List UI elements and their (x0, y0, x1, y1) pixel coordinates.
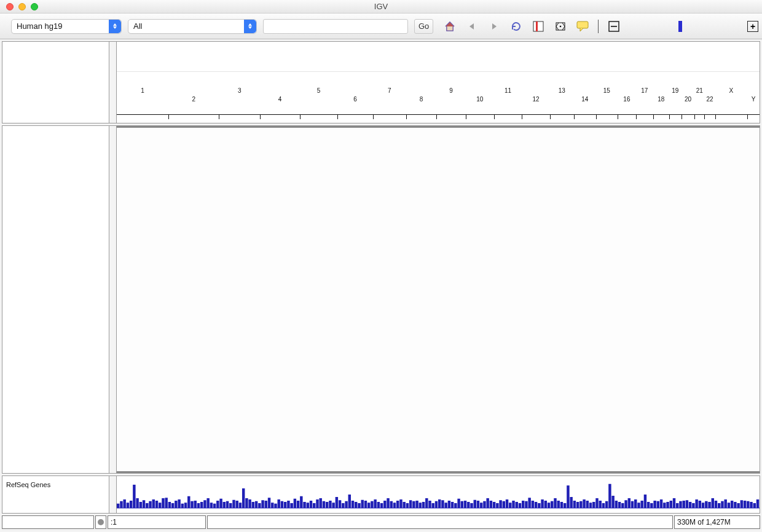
panel-splitter[interactable] (109, 476, 117, 513)
chromosome-label: 22 (706, 96, 713, 103)
back-icon[interactable] (465, 20, 479, 33)
refseq-label: RefSeq Genes (2, 476, 109, 513)
chromosome-label: 4 (278, 96, 282, 103)
chromosome-label: 13 (559, 87, 565, 94)
panel-splitter[interactable] (109, 42, 117, 123)
data-side (2, 126, 109, 473)
chromosome-label: 2 (192, 96, 196, 103)
chromosome-label: 8 (420, 96, 423, 103)
zoom-to-region-icon[interactable] (554, 20, 567, 33)
chromosome-label: X (729, 87, 733, 94)
svg-rect-0 (447, 26, 453, 31)
chromosome-labels: 12345678910111213141516171819202122XY (117, 87, 760, 115)
circle-icon (98, 519, 104, 525)
chromosome-label: 10 (476, 96, 483, 103)
chromosome-label: 20 (685, 96, 691, 103)
status-busy-indicator (95, 515, 106, 529)
chromosome-label: 19 (672, 87, 678, 94)
chromosome-label: 17 (641, 87, 648, 94)
genome-select[interactable]: Human hg19 (11, 19, 122, 34)
define-region-icon[interactable] (532, 20, 545, 33)
svg-point-4 (560, 25, 562, 27)
svg-rect-5 (577, 22, 588, 28)
left-edge-handle (0, 14, 7, 39)
chromosome-label: 6 (353, 96, 357, 103)
svg-rect-2 (536, 22, 538, 31)
ideogram-divider (117, 71, 760, 72)
window-controls (0, 3, 38, 10)
chromosome-select-label: All (128, 22, 158, 31)
chromosome-label: 16 (623, 96, 630, 103)
toolbar: Human hg19 All Go (0, 14, 762, 39)
status-bar: :1 330M of 1,427M (2, 515, 760, 530)
genome-select-label: Human hg19 (12, 22, 78, 31)
chromosome-label: 21 (696, 87, 703, 94)
status-spacer (207, 515, 673, 529)
tooltip-icon[interactable] (576, 20, 589, 33)
chromosome-label: 18 (658, 96, 664, 103)
chromosome-select[interactable]: All (128, 19, 257, 34)
panel-splitter[interactable] (109, 126, 117, 473)
chromosome-label: 5 (317, 87, 321, 94)
window-title: IGV (374, 2, 388, 11)
chromosome-label: 7 (388, 87, 391, 94)
chromosome-label: 15 (603, 87, 610, 94)
chromosome-label: 1 (141, 87, 144, 94)
refseq-panel: RefSeq Genes (2, 475, 760, 514)
home-icon[interactable] (443, 20, 457, 33)
chromosome-label: 9 (449, 87, 453, 94)
main-area: 12345678910111213141516171819202122XY Re… (0, 39, 762, 532)
chevron-updown-icon (244, 20, 256, 33)
ideogram-panel: 12345678910111213141516171819202122XY (2, 41, 760, 123)
status-locus: :1 (108, 515, 206, 529)
ruler-ticks (117, 114, 760, 123)
chromosome-label: 14 (581, 96, 588, 103)
data-panel (2, 125, 760, 474)
status-cell-1 (2, 515, 94, 529)
zoom-slider-marker[interactable] (678, 21, 682, 32)
forward-icon[interactable] (487, 20, 501, 33)
toolbar-icons (443, 20, 682, 33)
data-body[interactable] (117, 126, 760, 473)
chevron-updown-icon (109, 20, 121, 33)
close-window-button[interactable] (6, 3, 14, 10)
toolbar-separator (598, 20, 599, 33)
locus-input[interactable] (263, 19, 408, 34)
zoom-in-icon[interactable]: + (747, 21, 758, 32)
chromosome-label: Y (752, 96, 756, 103)
window-titlebar: IGV (0, 0, 762, 14)
ideogram-body[interactable]: 12345678910111213141516171819202122XY (117, 42, 760, 123)
refresh-icon[interactable] (509, 20, 523, 33)
minimize-window-button[interactable] (18, 3, 26, 10)
refseq-track[interactable] (117, 476, 760, 513)
status-memory: 330M of 1,427M (674, 515, 760, 529)
chromosome-label: 3 (238, 87, 242, 94)
svg-rect-1 (533, 22, 543, 31)
zoom-window-button[interactable] (31, 3, 38, 10)
go-button[interactable]: Go (414, 19, 433, 34)
chromosome-label: 11 (505, 87, 511, 94)
ideogram-side (2, 42, 109, 123)
zoom-out-icon[interactable] (607, 20, 621, 33)
chromosome-label: 12 (533, 96, 540, 103)
